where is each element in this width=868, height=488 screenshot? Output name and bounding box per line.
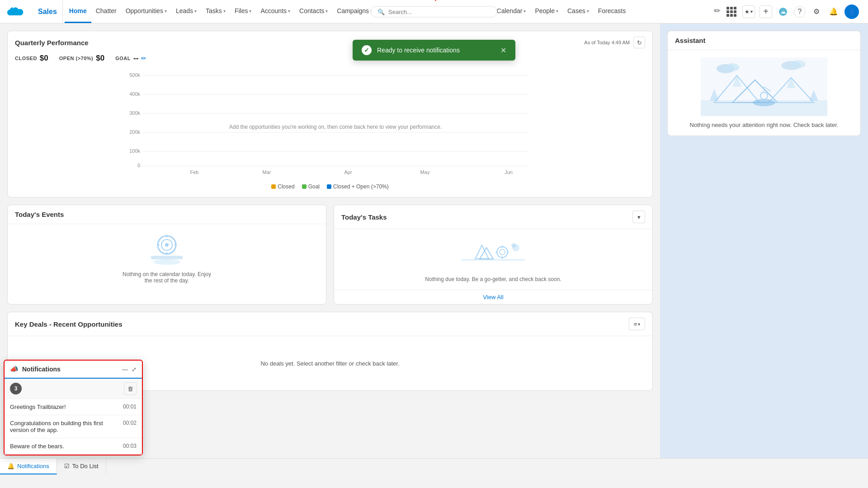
notification-item-1[interactable]: Greetings Trailblazer! 00:01 bbox=[5, 399, 142, 415]
bottom-todo-icon: ☑ bbox=[64, 463, 70, 469]
leads-chevron: ▾ bbox=[194, 9, 197, 14]
events-title: Today's Events bbox=[15, 211, 64, 218]
assistant-illustration bbox=[701, 57, 827, 116]
assistant-header: Assistant bbox=[668, 31, 860, 50]
search-box[interactable]: 🔍 bbox=[371, 6, 497, 17]
accounts-chevron: ▾ bbox=[288, 9, 290, 14]
bottom-tab-notifications[interactable]: 🔔 Notifications bbox=[0, 459, 57, 474]
salesforce-logo[interactable] bbox=[5, 0, 29, 23]
goal-edit-button[interactable]: ✏ bbox=[141, 55, 146, 62]
app-grid-button[interactable] bbox=[725, 5, 738, 18]
right-panel: Assistant bbox=[660, 23, 868, 458]
settings-icon: ≡ bbox=[634, 321, 637, 328]
nav-opportunities[interactable]: Opportunities ▾ bbox=[121, 0, 171, 23]
trash-icon: 🗑 bbox=[127, 385, 133, 392]
app-name[interactable]: Sales bbox=[33, 0, 63, 23]
assistant-title: Assistant bbox=[675, 37, 706, 44]
nav-chatter[interactable]: Chatter bbox=[91, 0, 121, 23]
opportunities-chevron: ▾ bbox=[165, 9, 167, 14]
nav-calendar[interactable]: Calendar ▾ bbox=[492, 0, 531, 23]
search-input[interactable] bbox=[388, 8, 488, 15]
trailhead-button[interactable]: ⛰ bbox=[777, 5, 789, 18]
favorites-button[interactable]: ★ ▾ bbox=[742, 5, 755, 18]
key-deals-header: Key Deals - Recent Opportunities ≡ ▾ bbox=[8, 312, 652, 336]
closed-open-legend-dot bbox=[327, 184, 331, 189]
calendar-chevron: ▾ bbox=[524, 9, 526, 14]
notifications-popup: 📣 Notifications — ⤢ 3 🗑 Greetings Trailb… bbox=[4, 360, 143, 455]
notification-item-2[interactable]: Congratulations on building this first v… bbox=[5, 415, 142, 438]
notifications-bell-button[interactable]: 🔔 bbox=[827, 5, 840, 18]
open-label: OPEN (>70%) bbox=[59, 56, 94, 61]
setup-button[interactable]: ⚙ bbox=[810, 5, 823, 18]
notifications-delete-button[interactable]: 🗑 bbox=[124, 382, 137, 395]
notification-text-3: Beware of the bears. bbox=[10, 443, 123, 450]
svg-text:0: 0 bbox=[137, 163, 140, 168]
contacts-chevron: ▾ bbox=[326, 9, 328, 14]
nav-accounts[interactable]: Accounts ▾ bbox=[256, 0, 295, 23]
assistant-card: Assistant bbox=[667, 31, 861, 136]
notification-item-3[interactable]: Beware of the bears. 00:03 bbox=[5, 438, 142, 455]
svg-text:200k: 200k bbox=[129, 129, 140, 135]
search-icon: 🔍 bbox=[377, 8, 385, 15]
notifications-minimize-button[interactable]: — bbox=[122, 366, 128, 373]
events-header: Today's Events bbox=[8, 205, 326, 224]
svg-marker-32 bbox=[480, 248, 493, 259]
assistant-body: Nothing needs your attention right now. … bbox=[668, 50, 860, 136]
notif-controls: — ⤢ bbox=[122, 366, 137, 373]
nav-leads[interactable]: Leads ▾ bbox=[171, 0, 201, 23]
closed-legend-dot bbox=[271, 184, 276, 189]
svg-point-50 bbox=[791, 60, 806, 68]
closed-open-legend: Closed + Open (>70%) bbox=[327, 183, 389, 190]
nav-home[interactable]: Home bbox=[65, 0, 91, 23]
closed-value: $0 bbox=[40, 54, 48, 63]
svg-text:⛰: ⛰ bbox=[781, 9, 786, 14]
quarterly-refresh-button[interactable]: ↻ bbox=[633, 37, 645, 48]
toast-close-button[interactable]: ✕ bbox=[500, 46, 506, 55]
nav-contacts[interactable]: Contacts ▾ bbox=[295, 0, 332, 23]
megaphone-icon: 📣 bbox=[10, 365, 19, 373]
help-button[interactable]: ? bbox=[794, 6, 806, 18]
notification-time-2: 00:02 bbox=[123, 420, 137, 426]
nav-files[interactable]: Files ▾ bbox=[230, 0, 256, 23]
tasks-dropdown-button[interactable]: ▾ bbox=[632, 211, 645, 223]
chart-legend: Closed Goal Closed + Open (>70%) bbox=[15, 183, 645, 190]
goal-legend: Goal bbox=[302, 183, 320, 190]
chart-area: 500k 400k 300k 200k 100k 0 bbox=[8, 66, 652, 197]
notification-time-1: 00:01 bbox=[123, 404, 137, 410]
bottom-bar: 🔔 Notifications ☑ To Do List bbox=[0, 458, 868, 474]
svg-text:Feb: Feb bbox=[190, 169, 199, 175]
quarterly-title: Quarterly Performance bbox=[15, 39, 89, 47]
people-chevron: ▾ bbox=[556, 9, 558, 14]
bottom-tab-todo[interactable]: ☑ To Do List bbox=[57, 459, 106, 474]
svg-text:May: May bbox=[420, 169, 430, 175]
goal-legend-dot bbox=[302, 184, 307, 189]
key-deals-settings-button[interactable]: ≡ ▾ bbox=[629, 318, 645, 330]
notifications-popup-header: 📣 Notifications — ⤢ bbox=[5, 361, 142, 379]
notifications-count-badge: 3 bbox=[10, 383, 22, 394]
nav-people[interactable]: People ▾ bbox=[530, 0, 563, 23]
user-avatar[interactable]: 👤 bbox=[844, 5, 859, 19]
svg-rect-29 bbox=[151, 256, 183, 259]
open-stat: OPEN (>70%) $0 bbox=[59, 54, 104, 63]
key-deals-chevron: ▾ bbox=[638, 322, 640, 327]
todays-events-card: Today's Events bbox=[7, 205, 326, 305]
svg-point-34 bbox=[500, 249, 505, 255]
view-all-tasks-link[interactable]: View All bbox=[334, 290, 652, 304]
key-deals-title: Key Deals - Recent Opportunities bbox=[15, 320, 123, 328]
nav-forecasts[interactable]: Forecasts bbox=[594, 0, 630, 23]
quarterly-performance-card: Quarterly Performance As of Today 4:49 A… bbox=[7, 31, 653, 197]
events-body: Nothing on the calendar today. Enjoy the… bbox=[8, 224, 326, 291]
add-button[interactable]: + bbox=[760, 5, 772, 18]
toast-check-icon: ✓ bbox=[362, 45, 372, 55]
notification-text-2: Congratulations on building this first v… bbox=[10, 420, 123, 433]
notif-title-row: 📣 Notifications bbox=[10, 365, 61, 373]
nav-cases[interactable]: Cases ▾ bbox=[563, 0, 594, 23]
search-container: 🔍 bbox=[371, 6, 497, 17]
svg-point-33 bbox=[497, 247, 508, 258]
toast-notification: ✓ Ready to receive notifications ✕ bbox=[353, 40, 515, 61]
nav-tasks[interactable]: Tasks ▾ bbox=[201, 0, 230, 23]
notification-text-1: Greetings Trailblazer! bbox=[10, 404, 123, 410]
notifications-expand-button[interactable]: ⤢ bbox=[132, 366, 137, 373]
nav-edit[interactable]: ✏ bbox=[709, 0, 725, 23]
quarterly-stats: CLOSED $0 OPEN (>70%) $0 GOAL -- ✏ bbox=[8, 52, 652, 66]
